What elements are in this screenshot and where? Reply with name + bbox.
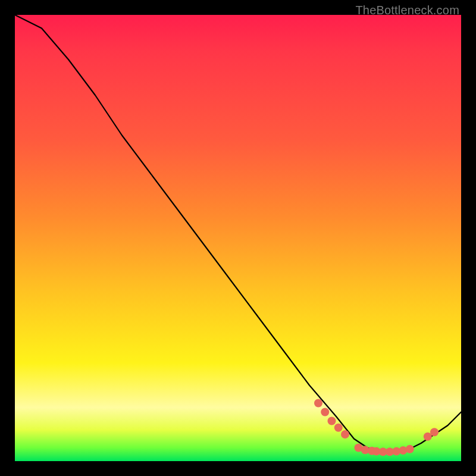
data-marker (321, 408, 329, 416)
chart-overlay (15, 15, 461, 461)
data-marker (334, 424, 343, 432)
data-marker (406, 445, 414, 453)
attribution-text: TheBottleneck.com (355, 4, 459, 17)
data-marker (430, 428, 439, 436)
data-marker (341, 430, 349, 439)
chart-frame: TheBottleneck.com (0, 0, 476, 476)
bottleneck-curve (15, 15, 461, 452)
data-marker (314, 399, 322, 408)
marker-layer (314, 399, 439, 456)
data-marker (328, 417, 336, 425)
